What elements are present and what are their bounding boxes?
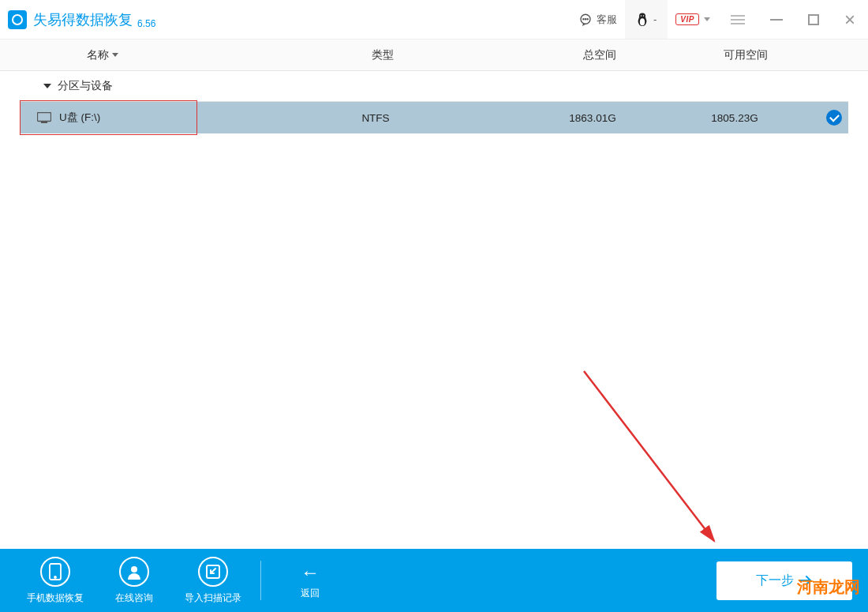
hamburger-icon — [731, 15, 745, 24]
vip-badge: VIP — [675, 13, 699, 25]
expand-triangle-icon — [43, 84, 51, 88]
back-button[interactable]: ← 返回 — [301, 561, 320, 600]
phone-recovery-label: 手机数据恢复 — [27, 591, 84, 605]
row-free: 1805.23G — [664, 112, 806, 124]
column-header-free[interactable]: 可用空间 — [671, 48, 868, 62]
maximize-icon — [808, 14, 819, 25]
phone-recovery-button[interactable]: 手机数据恢复 — [16, 557, 95, 605]
minimize-icon — [770, 19, 783, 21]
row-selected-check-icon — [826, 110, 842, 126]
caret-down-icon — [704, 17, 710, 21]
online-consult-button[interactable]: 在线咨询 — [95, 557, 174, 605]
chat-icon — [578, 13, 593, 27]
back-arrow-icon: ← — [301, 561, 320, 584]
svg-point-14 — [54, 576, 56, 578]
annotation-arrow — [576, 363, 750, 569]
svg-point-3 — [587, 18, 588, 19]
drive-list: U盘 (F:\) NTFS 1863.01G 1805.23G — [0, 102, 868, 133]
svg-point-6 — [640, 18, 645, 25]
section-header-label: 分区与设备 — [58, 79, 113, 93]
drive-icon — [37, 112, 51, 123]
watermark: 河南龙网 — [797, 576, 860, 598]
vip-dropdown[interactable]: VIP — [668, 0, 718, 39]
column-header-name[interactable]: 名称 — [0, 48, 237, 62]
phone-icon — [40, 557, 70, 587]
column-header-total[interactable]: 总空间 — [529, 48, 671, 62]
app-logo-icon — [8, 10, 27, 29]
app-version: 6.56 — [137, 18, 155, 39]
import-scan-label: 导入扫描记录 — [185, 591, 241, 605]
svg-point-2 — [585, 18, 586, 19]
import-scan-button[interactable]: 导入扫描记录 — [174, 557, 253, 605]
online-consult-label: 在线咨询 — [115, 591, 153, 605]
next-label: 下一步 — [756, 573, 794, 589]
svg-line-12 — [584, 371, 714, 541]
maximize-button[interactable] — [795, 0, 832, 39]
titlebar: 失易得数据恢复 6.56 客服 - VIP — [0, 0, 868, 39]
table-row[interactable]: U盘 (F:\) NTFS 1863.01G 1805.23G — [20, 102, 848, 133]
divider — [260, 561, 261, 600]
section-header-partitions[interactable]: 分区与设备 — [20, 71, 848, 102]
profile-text: - — [653, 13, 657, 25]
customer-service-label: 客服 — [597, 13, 617, 27]
import-icon — [198, 557, 228, 587]
profile-button[interactable]: - — [625, 0, 668, 39]
footer-bar: 手机数据恢复 在线咨询 导入扫描记录 ← 返回 下一步 — [0, 549, 868, 612]
close-button[interactable]: × — [832, 0, 868, 39]
menu-button[interactable] — [718, 0, 758, 39]
row-type: NTFS — [230, 112, 522, 124]
row-total: 1863.01G — [522, 112, 664, 124]
penguin-icon — [636, 13, 649, 27]
svg-rect-9 — [38, 113, 51, 122]
svg-point-1 — [583, 18, 584, 19]
row-name: U盘 (F:\) — [59, 111, 100, 125]
close-icon: × — [844, 9, 855, 31]
svg-rect-10 — [41, 122, 47, 123]
column-header-type[interactable]: 类型 — [237, 48, 529, 62]
table-header: 名称 类型 总空间 可用空间 — [0, 39, 868, 71]
app-title: 失易得数据恢复 — [33, 10, 133, 29]
sort-caret-icon — [112, 53, 118, 57]
svg-point-7 — [641, 15, 642, 17]
back-label: 返回 — [301, 587, 320, 600]
person-icon — [119, 557, 149, 587]
customer-service-button[interactable]: 客服 — [571, 0, 625, 39]
svg-point-8 — [643, 15, 645, 17]
minimize-button[interactable] — [758, 0, 795, 39]
svg-point-15 — [131, 566, 137, 573]
